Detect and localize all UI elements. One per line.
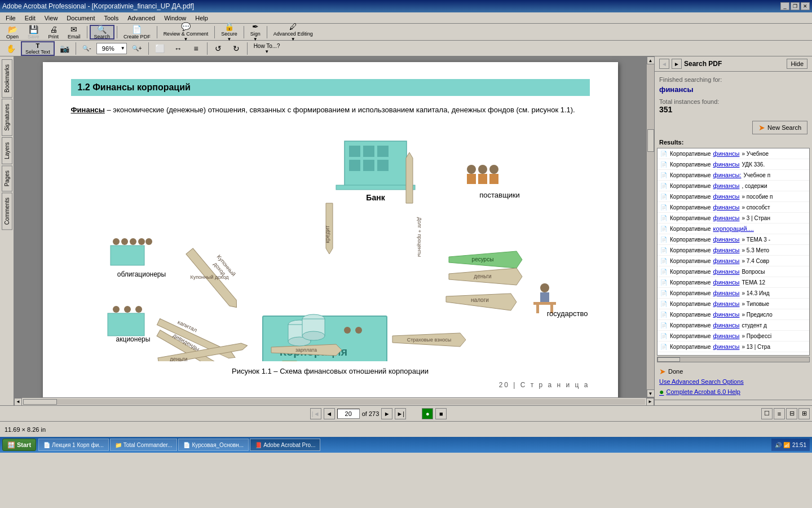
menu-view[interactable]: View: [40, 14, 63, 23]
result-item[interactable]: 📄Корпоративные финансы» пособие п: [657, 191, 809, 202]
fit-page-button[interactable]: ⬜: [151, 41, 169, 56]
result-link[interactable]: финансы: [713, 257, 740, 264]
result-link[interactable]: финансы: [713, 311, 740, 318]
search-button[interactable]: 🔍 Search: [90, 25, 115, 40]
hscroll-thumb[interactable]: [23, 399, 57, 405]
result-item[interactable]: 📄Корпоративные финансы» Профессі: [657, 331, 809, 341]
result-link[interactable]: финансы: [713, 332, 740, 339]
result-link[interactable]: финансы: [713, 300, 740, 307]
result-link[interactable]: финансы: [713, 279, 740, 286]
open-button[interactable]: 📂 Open: [2, 25, 23, 40]
fit-width-button[interactable]: ↔: [170, 41, 187, 56]
email-button[interactable]: ✉ Email: [64, 25, 85, 40]
menu-window[interactable]: Window: [160, 14, 191, 23]
search-back-btn[interactable]: ◄: [659, 59, 669, 69]
sign-button[interactable]: ✒ Sign ▼: [246, 25, 264, 40]
review-button[interactable]: 💬 Review & Comment ▼: [160, 25, 213, 40]
results-list[interactable]: 📄Корпоративные финансы» Учебное 📄Корпора…: [657, 148, 810, 356]
result-item[interactable]: 📄Корпоративные финансы» 5.3 Мето: [657, 245, 809, 256]
comments-tab[interactable]: Comments: [2, 192, 12, 230]
result-link[interactable]: финансы: [713, 247, 740, 253]
pdf-horizontal-scrollbar[interactable]: ◄ ►: [14, 397, 654, 405]
rotate-btn[interactable]: ↺: [210, 41, 227, 56]
page-number-input[interactable]: [337, 409, 360, 419]
close-btn[interactable]: ✕: [801, 2, 810, 10]
result-item[interactable]: 📄Корпоративные финансы, содержи: [657, 181, 809, 191]
snapshot-tool-button[interactable]: 📷: [56, 41, 73, 56]
scroll-right-btn[interactable]: ►: [646, 398, 654, 406]
zoom-dropdown-btn[interactable]: ▼: [120, 46, 126, 51]
menu-tools[interactable]: Tools: [100, 14, 123, 23]
advanced-editing-button[interactable]: 🖊 Advanced Editing ▼: [270, 25, 317, 40]
result-item[interactable]: 📄Корпоративные финансы студент д: [657, 320, 809, 331]
create-pdf-button[interactable]: 📄 Create PDF: [120, 25, 155, 40]
howto-btn[interactable]: How To...? ▼: [250, 41, 284, 56]
scroll-up-btn[interactable]: ▲: [647, 56, 655, 64]
continuous-view-btn[interactable]: ≡: [774, 408, 785, 419]
last-page-btn[interactable]: ►|: [395, 408, 406, 419]
layers-tab[interactable]: Layers: [2, 137, 12, 164]
menu-document[interactable]: Document: [62, 14, 99, 23]
result-item[interactable]: 📄Корпоративные финансы» 3 | Стран: [657, 213, 809, 224]
result-item[interactable]: 📄Корпоративные финансы» Типовые: [657, 299, 809, 309]
two-page-view-btn[interactable]: ⊟: [786, 408, 797, 419]
complete-help-link[interactable]: ● Complete Acrobat 6.0 Help: [659, 387, 807, 396]
hand-tool-button[interactable]: ✋: [2, 41, 20, 56]
zoom-out-button[interactable]: 🔍-: [78, 41, 95, 56]
result-link[interactable]: финансы: [713, 322, 740, 329]
scroll-down-btn[interactable]: ▼: [647, 389, 655, 397]
result-link[interactable]: корпораций....: [713, 225, 754, 232]
result-item[interactable]: 📄Корпоративные финансы» Учебное: [657, 148, 809, 159]
new-search-button[interactable]: ➤ New Search: [752, 121, 807, 134]
result-link[interactable]: финансы: [713, 182, 740, 189]
signatures-tab[interactable]: Signatures: [2, 99, 12, 136]
result-link[interactable]: финансы: [713, 236, 740, 243]
bookmarks-tab[interactable]: Bookmarks: [2, 59, 12, 98]
restore-btn[interactable]: ❐: [791, 2, 800, 10]
result-link[interactable]: финансы: [713, 204, 740, 211]
pdf-scroll-area[interactable]: 1.2 Финансы корпораций Финансы – экономи…: [14, 56, 646, 397]
result-item[interactable]: 📄Корпоративные финансы УДК 336.: [657, 159, 809, 170]
hide-panel-btn[interactable]: Hide: [787, 59, 807, 69]
play-btn[interactable]: ●: [422, 408, 433, 419]
pdf-vertical-scrollbar[interactable]: ▲ ▼: [646, 56, 654, 397]
result-item[interactable]: 📄Корпоративные финансы» Предисло: [657, 309, 809, 320]
taskbar-item-3[interactable]: 📕 Adobe Acrobat Pro...: [250, 439, 320, 451]
menu-advanced[interactable]: Advanced: [123, 14, 160, 23]
result-link[interactable]: финансы: [713, 193, 740, 200]
results-scrollbar[interactable]: [655, 356, 812, 364]
done-link[interactable]: ➤ Done: [659, 367, 807, 376]
results-hscroll-thumb[interactable]: [657, 357, 680, 362]
result-link[interactable]: финансы: [713, 290, 740, 296]
zoom-input[interactable]: [97, 45, 120, 52]
result-item[interactable]: 📄Корпоративные финансы» ТЕМА 3 -: [657, 234, 809, 245]
rotate-cw-btn[interactable]: ↻: [228, 41, 245, 56]
scroll-track[interactable]: [647, 64, 655, 389]
print-button[interactable]: 🖨 Print: [45, 25, 63, 40]
continuous-btn[interactable]: ≡: [188, 41, 205, 56]
result-item[interactable]: 📄Корпоративные финансы: Учебное п: [657, 170, 809, 181]
menu-help[interactable]: Help: [191, 14, 213, 23]
result-item[interactable]: 📄Корпоративные финансы» 14.3 Инд: [657, 288, 809, 299]
result-item[interactable]: 📄Корпоративные финансы» 7.4 Совр: [657, 256, 809, 266]
menu-file[interactable]: File: [1, 14, 20, 23]
secure-button[interactable]: 🔒 Secure ▼: [217, 25, 241, 40]
search-forward-btn[interactable]: ►: [672, 59, 682, 69]
result-item[interactable]: 📄Корпоративные финансы Вопросы: [657, 266, 809, 277]
first-page-btn[interactable]: |◄: [310, 408, 321, 419]
result-link[interactable]: финансы: [713, 268, 740, 275]
stop-btn[interactable]: ■: [435, 408, 447, 419]
start-button[interactable]: 🪟 Start: [2, 439, 36, 451]
zoom-in-button[interactable]: 🔍+: [128, 41, 146, 56]
results-hscroll-track[interactable]: [657, 357, 810, 362]
result-item[interactable]: 📄Корпоративные финансы» способст: [657, 202, 809, 213]
advanced-search-link[interactable]: Use Advanced Search Options: [659, 378, 807, 385]
save-button[interactable]: 💾 Save: [24, 25, 43, 40]
single-page-view-btn[interactable]: ☐: [761, 408, 773, 419]
taskbar-item-0[interactable]: 📄 Лекция 1 Корп фи...: [38, 439, 109, 451]
result-item[interactable]: 📄Корпоративные корпораций....: [657, 224, 809, 234]
prev-page-btn[interactable]: ◄: [324, 408, 335, 419]
result-item[interactable]: 📄Корпоративные финансы ТЕМА 12: [657, 277, 809, 288]
next-page-btn[interactable]: ►: [381, 408, 392, 419]
menu-edit[interactable]: Edit: [20, 14, 40, 23]
